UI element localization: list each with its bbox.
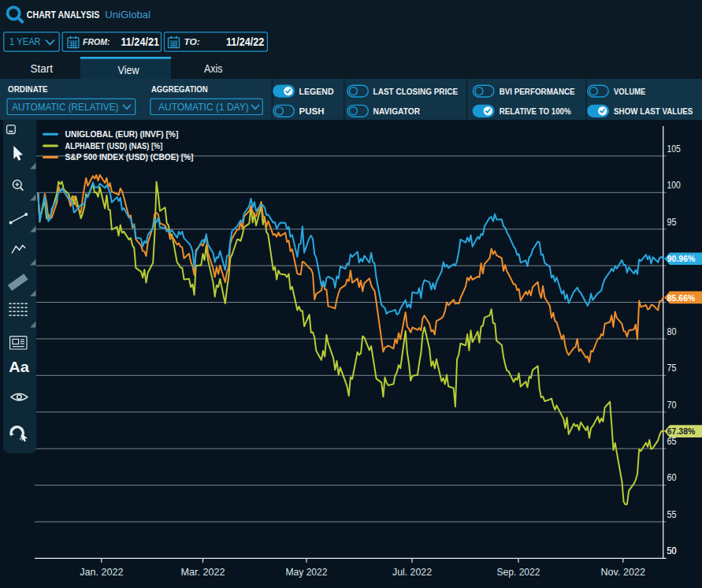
svg-text:80: 80 [667, 326, 677, 337]
svg-text:65: 65 [667, 436, 677, 447]
svg-text:NAVIGATOR: NAVIGATOR [373, 106, 420, 116]
svg-text:ALPHABET (USD) (NAS) [%]: ALPHABET (USD) (NAS) [%] [65, 141, 163, 151]
svg-text:View: View [118, 63, 139, 76]
svg-text:UniGlobal: UniGlobal [105, 9, 150, 20]
svg-text:ORDINATE: ORDINATE [8, 85, 48, 94]
svg-text:67.38%: 67.38% [667, 426, 696, 436]
svg-text:Jan. 2022: Jan. 2022 [80, 566, 123, 578]
svg-text:SHOW LAST VALUES: SHOW LAST VALUES [614, 106, 693, 116]
svg-text:Aa: Aa [9, 359, 29, 375]
svg-text:CHART ANALYSIS: CHART ANALYSIS [27, 9, 100, 20]
svg-text:50: 50 [667, 545, 677, 556]
svg-text:AUTOMATIC (RELATIVE): AUTOMATIC (RELATIVE) [12, 102, 118, 113]
svg-text:Jul. 2022: Jul. 2022 [392, 566, 432, 578]
svg-text:LEGEND: LEGEND [299, 87, 334, 96]
svg-text:105: 105 [667, 143, 681, 154]
svg-text:BVI PERFORMANCE: BVI PERFORMANCE [500, 87, 575, 96]
svg-text:100: 100 [667, 180, 681, 191]
svg-text:S&P 500 INDEX (USD) (CBOE) [%]: S&P 500 INDEX (USD) (CBOE) [%] [65, 152, 194, 162]
svg-text:55: 55 [667, 509, 677, 520]
svg-text:UNIGLOBAL (EUR) (INVF) [%]: UNIGLOBAL (EUR) (INVF) [%] [65, 129, 179, 139]
svg-text:75: 75 [667, 363, 677, 374]
svg-text:70: 70 [667, 400, 677, 411]
svg-text:Nov. 2022: Nov. 2022 [601, 566, 646, 578]
svg-text:85.66%: 85.66% [667, 293, 696, 303]
svg-text:RELATIVE TO 100%: RELATIVE TO 100% [500, 106, 571, 116]
svg-text:LAST CLOSING PRICE: LAST CLOSING PRICE [373, 87, 459, 96]
svg-text:11/24/22: 11/24/22 [226, 36, 265, 48]
svg-text:VOLUME: VOLUME [614, 87, 646, 96]
svg-text:Axis: Axis [204, 61, 223, 75]
svg-text:AUTOMATIC (1 DAY): AUTOMATIC (1 DAY) [158, 102, 249, 113]
svg-text:TO:: TO: [184, 37, 200, 47]
svg-text:Sep. 2022: Sep. 2022 [497, 566, 540, 578]
svg-text:11/24/21: 11/24/21 [121, 36, 160, 48]
svg-text:90.96%: 90.96% [667, 254, 696, 263]
svg-text:60: 60 [667, 472, 677, 483]
svg-text:Mar. 2022: Mar. 2022 [181, 566, 225, 578]
svg-text:AGGREGATION: AGGREGATION [151, 85, 208, 94]
svg-text:FROM:: FROM: [83, 37, 110, 47]
svg-text:Start: Start [31, 61, 54, 75]
svg-text:PUSH: PUSH [299, 106, 325, 116]
svg-text:95: 95 [667, 217, 677, 228]
svg-text:1 YEAR: 1 YEAR [9, 36, 41, 47]
svg-text:May 2022: May 2022 [286, 566, 328, 578]
